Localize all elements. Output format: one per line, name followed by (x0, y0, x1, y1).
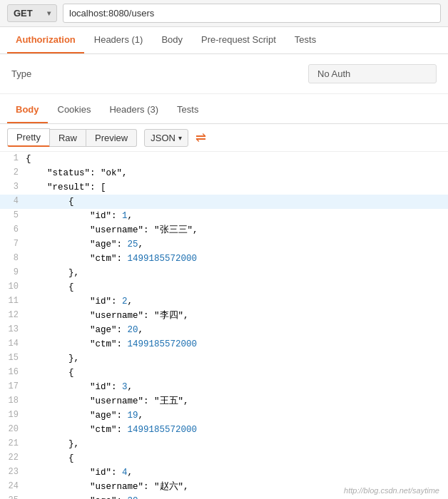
line-content: { (26, 280, 448, 294)
tab-body-resp[interactable]: Body (7, 97, 48, 123)
json-line-9: 9 }, (0, 266, 448, 280)
auth-type-row: Type No Auth (0, 54, 448, 94)
line-number: 21 (0, 437, 26, 451)
tab-cookies[interactable]: Cookies (49, 97, 100, 123)
json-line-7: 7 "age": 25, (0, 237, 448, 252)
line-content: { (26, 366, 448, 380)
line-content: "id": 2, (26, 294, 448, 309)
json-line-18: 18 "username": "王五", (0, 394, 448, 408)
top-bar: GET ▾ (0, 0, 448, 27)
response-tabs: Body Cookies Headers (3) Tests (0, 97, 448, 124)
json-line-12: 12 "username": "李四", (0, 309, 448, 323)
json-line-23: 23 "id": 4, (0, 465, 448, 480)
line-number: 24 (0, 480, 26, 494)
line-number: 2 (0, 166, 26, 180)
tab-tests-req[interactable]: Tests (286, 27, 325, 53)
tab-headers-resp[interactable]: Headers (3) (101, 97, 167, 123)
tab-prerequest[interactable]: Pre-request Script (193, 27, 285, 53)
line-content: { (26, 195, 448, 209)
line-number: 6 (0, 223, 26, 237)
line-content: "ctm": 1499185572000 (26, 337, 448, 351)
json-line-22: 22 { (0, 451, 448, 465)
url-input[interactable] (63, 4, 441, 23)
json-line-2: 2 "status": "ok", (0, 166, 448, 180)
type-value[interactable]: No Auth (308, 64, 437, 83)
line-number: 14 (0, 337, 26, 351)
line-number: 20 (0, 423, 26, 437)
line-number: 7 (0, 237, 26, 252)
line-content: "ctm": 1499185572000 (26, 252, 448, 266)
json-line-3: 3 "result": [ (0, 180, 448, 195)
json-line-20: 20 "ctm": 1499185572000 (0, 423, 448, 437)
line-content: "id": 4, (26, 465, 448, 480)
line-content: "username": "李四", (26, 309, 448, 323)
json-chevron-icon: ▾ (178, 134, 182, 142)
line-number: 16 (0, 366, 26, 380)
preview-button[interactable]: Preview (86, 129, 137, 147)
line-number: 19 (0, 408, 26, 423)
raw-button[interactable]: Raw (50, 129, 86, 147)
json-line-6: 6 "username": "张三三", (0, 223, 448, 237)
json-line-4: 4 { (0, 195, 448, 209)
line-number: 12 (0, 309, 26, 323)
json-line-15: 15 }, (0, 351, 448, 366)
tab-authorization[interactable]: Authorization (7, 27, 84, 53)
line-content: "id": 3, (26, 380, 448, 394)
line-number: 1 (0, 152, 26, 166)
line-content: "username": "王五", (26, 394, 448, 408)
line-number: 13 (0, 323, 26, 337)
line-content: "ctm": 1499185572000 (26, 423, 448, 437)
line-number: 18 (0, 394, 26, 408)
line-number: 4 (0, 195, 26, 209)
tab-headers[interactable]: Headers (1) (86, 27, 152, 53)
format-bar: Pretty Raw Preview JSON ▾ ⇌ (0, 124, 448, 152)
json-line-8: 8 "ctm": 1499185572000 (0, 252, 448, 266)
line-content: }, (26, 266, 448, 280)
json-body: 1{2 "status": "ok",3 "result": [4 {5 "id… (0, 152, 448, 499)
line-number: 8 (0, 252, 26, 266)
line-number: 25 (0, 494, 26, 499)
line-number: 9 (0, 266, 26, 280)
json-line-21: 21 }, (0, 437, 448, 451)
tab-body-req[interactable]: Body (153, 27, 191, 53)
watermark: http://blog.csdn.net/saytime (344, 486, 439, 495)
json-format-label: JSON (151, 133, 175, 143)
json-line-16: 16 { (0, 366, 448, 380)
line-content: "result": [ (26, 180, 448, 195)
method-label: GET (14, 8, 33, 19)
pretty-button[interactable]: Pretty (7, 128, 50, 147)
line-content: "username": "张三三", (26, 223, 448, 237)
json-line-5: 5 "id": 1, (0, 209, 448, 223)
line-content: }, (26, 437, 448, 451)
tab-tests-resp[interactable]: Tests (168, 97, 207, 123)
json-line-14: 14 "ctm": 1499185572000 (0, 337, 448, 351)
line-number: 3 (0, 180, 26, 195)
line-content: "age": 19, (26, 408, 448, 423)
json-line-19: 19 "age": 19, (0, 408, 448, 423)
method-chevron: ▾ (47, 9, 51, 17)
line-content: "id": 1, (26, 209, 448, 223)
line-content: "age": 20, (26, 323, 448, 337)
line-number: 17 (0, 380, 26, 394)
line-number: 22 (0, 451, 26, 465)
line-content: { (26, 451, 448, 465)
line-content: "status": "ok", (26, 166, 448, 180)
json-format-select[interactable]: JSON ▾ (144, 129, 188, 147)
line-content: { (26, 152, 448, 166)
type-label: Type (11, 68, 54, 79)
line-content: "age": 30, (26, 494, 448, 499)
sort-icon[interactable]: ⇌ (195, 130, 206, 145)
line-number: 10 (0, 280, 26, 294)
json-line-1: 1{ (0, 152, 448, 166)
json-line-10: 10 { (0, 280, 448, 294)
line-number: 23 (0, 465, 26, 480)
json-line-13: 13 "age": 20, (0, 323, 448, 337)
line-number: 11 (0, 294, 26, 309)
method-selector[interactable]: GET ▾ (7, 4, 57, 22)
request-tabs: Authorization Headers (1) Body Pre-reque… (0, 27, 448, 54)
json-line-11: 11 "id": 2, (0, 294, 448, 309)
line-content: "age": 25, (26, 237, 448, 252)
line-number: 15 (0, 351, 26, 366)
line-number: 5 (0, 209, 26, 223)
line-content: }, (26, 351, 448, 366)
